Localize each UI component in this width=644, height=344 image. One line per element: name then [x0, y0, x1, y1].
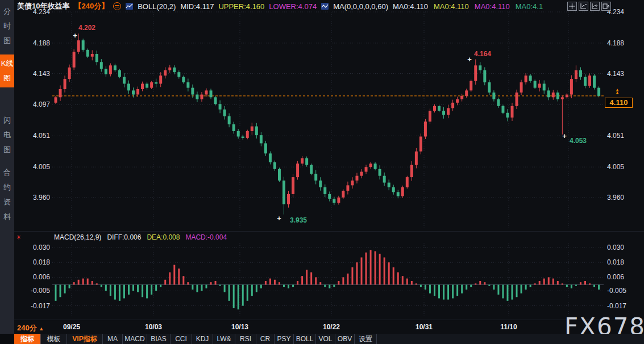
crosshair-icon[interactable] — [567, 2, 577, 11]
left-sidebar: 分时图K线图闪电图合约资料 — [0, 0, 14, 334]
current-price-badge: 4.110 — [605, 98, 633, 108]
zoom-out-axis-icon[interactable] — [579, 2, 588, 11]
macd-tick-left: 0.018 — [17, 258, 50, 266]
toolbar-tab-LW&[interactable]: LW& — [213, 334, 235, 344]
toolbar-tab-OBV[interactable]: OBV — [335, 334, 355, 344]
ma-chart-icon[interactable] — [321, 3, 329, 10]
ma-label: MA(0,0,0,0,0,60) — [333, 2, 388, 11]
chart-header: 美债10年收益率 【240分】 BOLL(20,2) MID:4.117 UPP… — [17, 0, 543, 12]
date-label: 10/31 — [416, 323, 433, 331]
macd-header: MACD(26,12,9) DIFF:0.006 DEA:0.008 MACD:… — [54, 233, 227, 241]
toolbar-tab-KDJ[interactable]: KDJ — [192, 334, 213, 344]
price-chart-canvas[interactable] — [0, 0, 644, 344]
toolbar-tab-MACD[interactable]: MACD — [123, 334, 147, 344]
price-tick-right: 3.960 — [607, 194, 624, 202]
timeframe-selector[interactable]: 240分 ▲ — [17, 323, 44, 333]
zoom-in-axis-icon[interactable] — [590, 2, 600, 11]
sidebar-corner — [0, 334, 14, 344]
price-annotation: 4.053 — [570, 137, 587, 145]
macd-tick-right: 0.018 — [607, 258, 624, 266]
price-annotation: 3.935 — [290, 216, 307, 224]
indicator-settings-sun-icon[interactable]: ☀ — [16, 234, 22, 241]
toolbar-tab-MA[interactable]: MA — [103, 334, 123, 344]
toolbar-tab-RSI[interactable]: RSI — [235, 334, 256, 344]
toolbar-tab-模板[interactable]: 模板 — [41, 334, 67, 344]
date-label: 10/13 — [231, 323, 248, 331]
price-tick-right: 4.188 — [607, 39, 624, 47]
toolbar-tab-设置[interactable]: 设置 — [355, 334, 377, 344]
boll-lower-value: LOWER:4.074 — [269, 2, 317, 11]
macd-tick-right: 0.030 — [607, 244, 624, 251]
sidebar-item-2[interactable]: K线图 — [0, 54, 14, 87]
date-label: 11/10 — [500, 323, 517, 331]
macd-tick-right: 0.006 — [607, 273, 624, 281]
price-tick-left: 4.097 — [17, 100, 50, 108]
sidebar-item-4[interactable]: 合约资料 — [0, 163, 14, 226]
marker-cross-icon: + — [467, 55, 472, 64]
period-label[interactable]: 【240分】 — [74, 1, 109, 11]
toolbar-tab-BIAS[interactable]: BIAS — [147, 334, 171, 344]
toolbar-tab-CCI[interactable]: CCI — [171, 334, 192, 344]
marker-cross-icon: + — [73, 31, 77, 40]
date-label: 10/03 — [145, 323, 162, 331]
timeline-divider — [14, 320, 644, 320]
ma-value-3: MA0:4.110 — [475, 2, 510, 11]
price-tick-left: 4.005 — [17, 163, 50, 171]
ma-value-2: MA0:4.110 — [434, 2, 469, 11]
date-label: 10/22 — [323, 323, 340, 331]
boll-label: BOLL(20,2) — [138, 2, 176, 11]
price-tick-right: 4.051 — [607, 132, 624, 140]
toolbar-tab-BOLL[interactable]: BOLL — [294, 334, 316, 344]
macd-tick-left: -0.017 — [17, 302, 50, 310]
boll-chart-icon[interactable] — [126, 3, 133, 10]
panel-divider — [14, 231, 644, 232]
macd-tick-left: -0.005 — [17, 287, 50, 295]
sidebar-item-1[interactable]: 分时图 — [0, 2, 14, 50]
toolbar-tab-CR[interactable]: CR — [256, 334, 275, 344]
macd-tick-right: -0.005 — [607, 287, 626, 295]
ma-value-1: MA0:4.110 — [393, 2, 428, 11]
price-tick-right: 4.005 — [607, 163, 624, 171]
toolbar-tab-PSY[interactable]: PSY — [275, 334, 294, 344]
toolbar-tab-指标[interactable]: 指标 — [14, 334, 41, 344]
pop-out-window-icon[interactable] — [601, 2, 611, 11]
indicator-toolbar: 指标模板VIP指标MAMACDBIASCCIKDJLW&RSICRPSYBOLL… — [14, 334, 644, 344]
ma-value-4: MA0:4.1 — [516, 2, 543, 11]
marker-cross-icon: + — [562, 132, 567, 140]
instrument-title: 美债10年收益率 — [17, 1, 69, 11]
price-annotation: 4.164 — [474, 50, 491, 58]
macd-diff-value: DIFF:0.006 — [107, 233, 141, 241]
timeframe-arrow-icon: ▲ — [39, 326, 44, 332]
boll-upper-value: UPPER:4.160 — [218, 2, 264, 11]
price-tick-left: 4.188 — [17, 39, 50, 47]
macd-tick-left: 0.030 — [17, 244, 50, 251]
price-tick-right: 4.143 — [607, 70, 624, 78]
macd-value: MACD:-0.004 — [185, 233, 227, 241]
toolbar-tab-VIP指标[interactable]: VIP指标 — [67, 334, 103, 344]
trading-terminal: 分时图K线图闪电图合约资料 美债10年收益率 【240分】 BOLL(20,2)… — [0, 0, 644, 344]
macd-tick-left: 0.006 — [17, 273, 50, 281]
price-tick-left: 4.143 — [17, 70, 50, 78]
macd-dea-value: DEA:0.008 — [147, 233, 180, 241]
macd-tick-right: -0.017 — [607, 302, 626, 310]
toolbar-tab-VOL[interactable]: VOL — [316, 334, 335, 344]
price-annotation: 4.202 — [78, 24, 95, 32]
price-tick-left: 4.051 — [17, 132, 50, 140]
macd-label: MACD(26,12,9) — [54, 233, 101, 241]
chart-tool-icons — [567, 2, 611, 11]
marker-cross-icon: + — [277, 214, 281, 223]
indicator-menu-icon[interactable] — [113, 2, 121, 10]
price-direction-arrows: ▲▲ — [615, 89, 620, 94]
date-label: 09/25 — [63, 323, 80, 331]
sidebar-item-3[interactable]: 闪电图 — [0, 111, 14, 159]
price-tick-left: 3.960 — [17, 194, 50, 202]
ma-values: MA0:4.110MA0:4.110MA0:4.110MA0:4.1 — [393, 2, 543, 11]
boll-mid-value: MID:4.117 — [180, 2, 214, 11]
